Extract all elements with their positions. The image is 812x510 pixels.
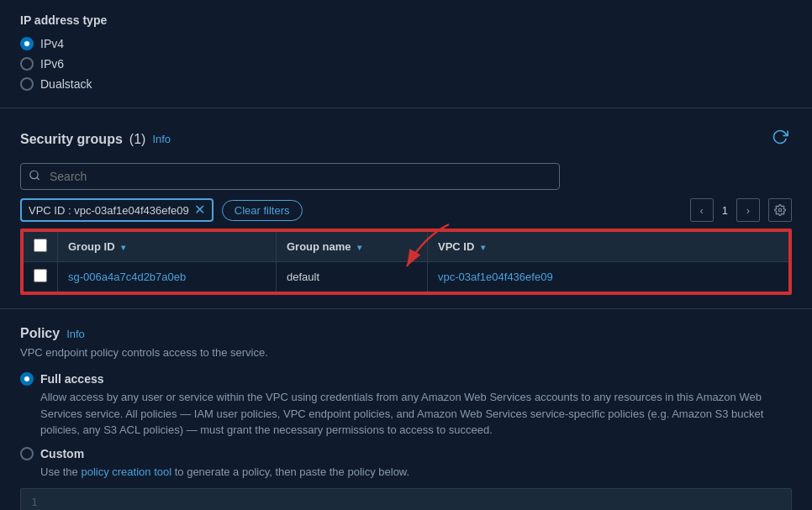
search-container xyxy=(20,163,792,190)
security-groups-section: Security groups (1) Info VPC ID : vpc-03… xyxy=(0,112,812,309)
refresh-button[interactable] xyxy=(768,125,792,153)
full-access-radio[interactable] xyxy=(20,372,34,386)
sort-vpc-id-icon[interactable]: ▾ xyxy=(481,243,485,252)
col-header-group-id: Group ID ▾ xyxy=(58,231,277,262)
pagination-row: ‹ 1 › xyxy=(690,198,792,222)
full-access-name: Full access xyxy=(40,372,104,386)
policy-header: Policy Info xyxy=(20,326,792,341)
row-group-id-cell: sg-006a4a7c4d2b7a0eb xyxy=(58,262,277,293)
dualstack-label: Dualstack xyxy=(40,77,92,91)
group-name-value: default xyxy=(287,271,319,283)
col-header-group-name: Group name ▾ xyxy=(277,231,428,262)
settings-icon xyxy=(774,204,786,216)
sg-controls-right: ‹ 1 › xyxy=(690,198,792,222)
sg-controls: VPC ID : vpc-03af1e04f436efe09 ✕ Clear f… xyxy=(20,198,792,222)
search-input[interactable] xyxy=(20,163,560,190)
select-all-checkbox[interactable] xyxy=(34,239,47,252)
ipv6-label: IPv6 xyxy=(40,57,64,71)
sg-controls-left: VPC ID : vpc-03af1e04f436efe09 ✕ Clear f… xyxy=(20,198,303,222)
filter-tag-text: VPC ID : vpc-03af1e04f436efe09 xyxy=(29,204,189,217)
sg-title-group: Security groups (1) Info xyxy=(20,132,171,147)
sort-group-name-icon[interactable]: ▾ xyxy=(357,243,361,252)
clear-filters-button[interactable]: Clear filters xyxy=(222,200,303,221)
ip-radio-group: IPv4 IPv6 Dualstack xyxy=(20,37,792,91)
custom-radio[interactable] xyxy=(20,447,34,460)
group-id-link[interactable]: sg-006a4a7c4d2b7a0eb xyxy=(68,271,186,283)
svg-line-1 xyxy=(37,177,40,180)
svg-point-2 xyxy=(778,208,782,212)
pagination-page: 1 xyxy=(719,204,731,217)
table-settings-button[interactable] xyxy=(768,198,792,222)
security-groups-table: Group ID ▾ Group name ▾ VPC ID ▾ xyxy=(22,230,790,293)
row-group-name-cell: default xyxy=(277,262,428,293)
search-icon xyxy=(29,170,40,184)
table-row: sg-006a4a7c4d2b7a0eb default vpc-03af1e0… xyxy=(23,262,789,293)
ipv6-radio[interactable] xyxy=(20,57,34,71)
policy-title: Policy xyxy=(20,326,60,341)
policy-info-link[interactable]: Info xyxy=(66,328,85,340)
table-header-row: Group ID ▾ Group name ▾ VPC ID ▾ xyxy=(23,231,789,262)
custom-label-row[interactable]: Custom xyxy=(20,447,792,460)
policy-code-editor[interactable]: 1 xyxy=(20,488,792,510)
ipv6-option[interactable]: IPv6 xyxy=(20,57,792,71)
custom-option: Custom Use the policy creation tool to g… xyxy=(20,447,792,481)
table-wrapper: Group ID ▾ Group name ▾ VPC ID ▾ xyxy=(20,229,792,295)
sort-group-id-icon[interactable]: ▾ xyxy=(121,243,125,252)
ip-address-section: IP address type IPv4 IPv6 Dualstack xyxy=(0,0,812,108)
col-header-checkbox xyxy=(23,231,58,262)
sg-section-title: Security groups xyxy=(20,132,123,147)
pagination-prev-button[interactable]: ‹ xyxy=(690,198,714,222)
row-vpc-id-cell: vpc-03af1e04f436efe09 xyxy=(428,262,790,293)
full-access-option: Full access Allow access by any user or … xyxy=(20,372,792,439)
policy-description: VPC endpoint policy controls access to t… xyxy=(20,346,792,359)
full-access-label-row[interactable]: Full access xyxy=(20,372,792,386)
ipv4-label: IPv4 xyxy=(40,37,64,50)
policy-section: Policy Info VPC endpoint policy controls… xyxy=(0,313,812,510)
filter-remove-button[interactable]: ✕ xyxy=(194,203,205,217)
row-select-checkbox[interactable] xyxy=(34,269,47,282)
full-access-description: Allow access by any user or service with… xyxy=(20,389,792,439)
custom-desc-prefix: Use the xyxy=(40,465,81,478)
pagination-next-button[interactable]: › xyxy=(736,198,760,222)
custom-name: Custom xyxy=(40,447,84,460)
ip-section-title: IP address type xyxy=(20,13,792,27)
refresh-icon xyxy=(772,129,788,145)
policy-creation-tool-link[interactable]: policy creation tool xyxy=(81,465,171,478)
sg-count: (1) xyxy=(129,132,146,147)
ipv4-radio[interactable] xyxy=(20,37,34,50)
ipv4-option[interactable]: IPv4 xyxy=(20,37,792,50)
filter-tag: VPC ID : vpc-03af1e04f436efe09 ✕ xyxy=(20,198,214,222)
line-number: 1 xyxy=(31,496,38,508)
sg-info-link[interactable]: Info xyxy=(152,133,171,145)
policy-options: Full access Allow access by any user or … xyxy=(20,372,792,480)
custom-description: Use the policy creation tool to generate… xyxy=(20,464,792,481)
row-checkbox-cell xyxy=(23,262,58,293)
sg-header: Security groups (1) Info xyxy=(20,125,792,153)
custom-desc-suffix: to generate a policy, then paste the pol… xyxy=(171,465,409,478)
dualstack-option[interactable]: Dualstack xyxy=(20,77,792,91)
table-container: Group ID ▾ Group name ▾ VPC ID ▾ xyxy=(20,229,792,295)
dualstack-radio[interactable] xyxy=(20,77,34,91)
vpc-id-link[interactable]: vpc-03af1e04f436efe09 xyxy=(438,271,553,283)
col-header-vpc-id: VPC ID ▾ xyxy=(428,231,790,262)
